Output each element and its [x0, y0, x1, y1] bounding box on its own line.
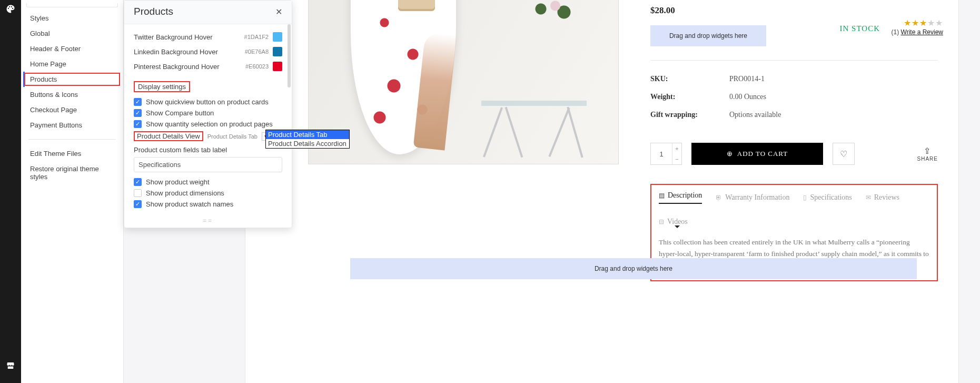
color-swatch[interactable] [273, 32, 282, 42]
theme-sidebar: Styles Global Header & Footer Home Page … [21, 0, 124, 383]
shield-icon: ⛨ [716, 194, 722, 202]
display-settings-heading: Display settings [134, 81, 190, 92]
widget-dropzone-wide[interactable]: Drag and drop widgets here [350, 258, 917, 279]
tab-reviews[interactable]: ✉Reviews [866, 191, 899, 204]
product-details-view-row: Product Details View Product Details Tab… [134, 130, 282, 143]
sidebar-divider [28, 139, 116, 140]
store-icon[interactable] [6, 361, 15, 372]
sidebar-item-header-footer[interactable]: Header & Footer [21, 41, 123, 56]
tab-specifications[interactable]: ▯Specifications [803, 191, 852, 204]
product-info: $28.00 IN STOCK ★★★★★ (1) Write a Review… [650, 5, 938, 281]
product-price: $28.00 [650, 5, 938, 16]
sidebar-item-payment-buttons[interactable]: Payment Buttons [21, 117, 123, 133]
sidebar-topbox [26, 3, 118, 7]
wishlist-button[interactable]: ♡ [833, 143, 855, 165]
left-rail [0, 0, 21, 383]
custom-tab-label-input[interactable] [134, 157, 282, 172]
tab-videos[interactable]: ⊟Videos [659, 218, 688, 226]
tab-warranty[interactable]: ⛨Warranty Information [716, 191, 789, 204]
tab-description[interactable]: ▤Description [659, 191, 702, 204]
color-row-pinterest[interactable]: Pinterest Background Hover#E60023 [134, 59, 282, 74]
product-tabs: ▤Description ⛨Warranty Information ▯Spec… [659, 191, 929, 226]
quantity-value: 1 [651, 143, 672, 164]
heart-icon: ♡ [840, 149, 847, 159]
qty-down-button[interactable]: − [672, 154, 681, 164]
product-meta: SKU:PRO0014-1 Weight:0.00 Ounces Gift wr… [650, 60, 938, 124]
meta-row-sku: SKU:PRO0014-1 [650, 70, 938, 88]
rating-stars: ★★★★★ [904, 18, 943, 28]
custom-tab-label-title: Product custom fields tab label [134, 143, 282, 154]
pdv-label: Product Details View [134, 131, 203, 141]
check-quickview[interactable]: ✓Show quickview button on product cards [134, 96, 282, 107]
close-icon[interactable]: ✕ [275, 7, 282, 17]
write-review: (1) Write a Review [892, 28, 943, 36]
check-weight[interactable]: ✓Show product weight [134, 176, 282, 188]
bookmark-icon: ▯ [803, 194, 807, 202]
panel-resize-grip[interactable]: == [124, 217, 292, 228]
add-to-cart-button[interactable]: ⊕ ADD TO CART [691, 143, 823, 165]
sidebar-item-buttons-icons[interactable]: Buttons & Icons [21, 87, 123, 102]
panel-scrollbar-thumb[interactable] [288, 24, 291, 87]
panel-title: Products [134, 6, 173, 17]
video-icon: ⊟ [659, 218, 664, 226]
quantity-stepper[interactable]: 1 +− [650, 143, 682, 165]
color-swatch[interactable] [273, 62, 282, 71]
cart-plus-icon: ⊕ [727, 150, 733, 158]
write-review-link[interactable]: Write a Review [901, 28, 943, 36]
products-settings-panel: Products ✕ Twitter Background Hover#1DA1… [124, 0, 292, 228]
sidebar-item-products[interactable]: Products [23, 72, 121, 87]
qty-up-button[interactable]: + [672, 143, 681, 154]
sidebar-item-global[interactable]: Global [21, 26, 123, 41]
color-swatch[interactable] [273, 47, 282, 56]
check-compare[interactable]: ✓Show Compare button [134, 107, 282, 119]
stock-badge: IN STOCK [840, 24, 880, 33]
product-actions: 1 +− ⊕ ADD TO CART ♡ ⇪SHARE [650, 143, 938, 165]
widget-dropzone-top[interactable]: Drag and drop widgets here [650, 25, 766, 46]
chat-icon: ✉ [866, 194, 871, 202]
review-count: (1) [892, 28, 899, 36]
pdv-dropdown: Product Details Tab Product Details Acco… [265, 130, 350, 149]
check-swatch[interactable]: ✓Show product swatch names [134, 199, 282, 210]
check-dimensions[interactable]: ✓Show product dimensions [134, 188, 282, 199]
sidebar-item-edit-theme-files[interactable]: Edit Theme Files [21, 146, 123, 161]
color-row-linkedin[interactable]: Linkedin Background Hover#0E76A8 [134, 44, 282, 59]
pdv-option-tab[interactable]: Product Details Tab [266, 130, 349, 139]
meta-row-weight: Weight:0.00 Ounces [650, 88, 938, 106]
sidebar-item-restore-styles[interactable]: Restore original theme styles [21, 161, 123, 184]
meta-row-gift: Gift wrapping:Options available [650, 106, 938, 124]
doc-icon: ▤ [659, 192, 665, 200]
sidebar-item-home-page[interactable]: Home Page [21, 56, 123, 72]
color-row-twitter[interactable]: Twitter Background Hover#1DA1F2 [134, 30, 282, 44]
product-hero-image [308, 0, 619, 164]
sidebar-item-styles[interactable]: Styles [21, 11, 123, 26]
pdv-option-accordion[interactable]: Product Details Accordion [266, 139, 349, 148]
palette-icon[interactable] [6, 4, 15, 16]
share-button[interactable]: ⇪SHARE [917, 146, 938, 162]
sidebar-item-checkout-page[interactable]: Checkout Page [21, 102, 123, 117]
pdv-selected-value: Product Details Tab [207, 133, 258, 140]
check-quantity[interactable]: ✓Show quantity selection on product page… [134, 119, 282, 130]
share-icon: ⇪ [917, 146, 938, 156]
